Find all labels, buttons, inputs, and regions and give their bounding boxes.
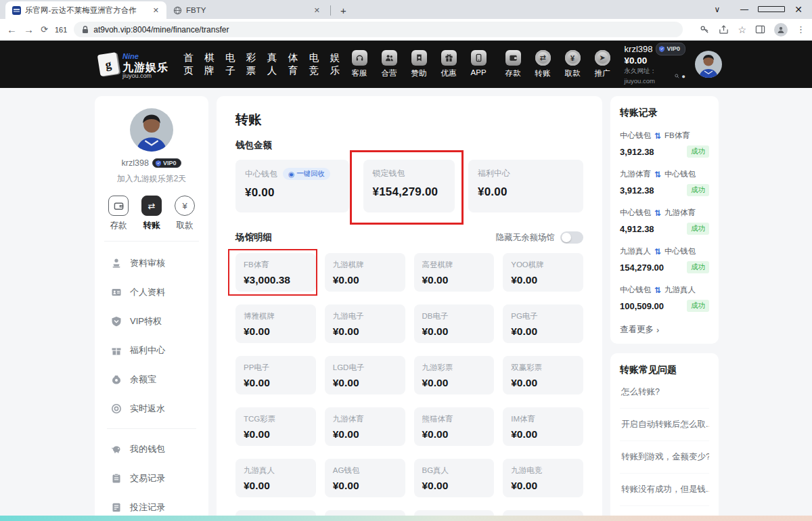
user-avatar[interactable] <box>695 51 722 78</box>
nav-item[interactable]: 棋牌 <box>204 51 216 77</box>
header-promo-button[interactable]: 优惠 <box>438 50 460 78</box>
password-key-icon[interactable] <box>700 24 710 35</box>
tab-title: 乐官网-云达不莱梅亚洲官方合作 <box>25 5 147 16</box>
wallet-card-center[interactable]: 中心钱包 ◉ 一键回收 ¥0.00 <box>235 160 349 212</box>
sidebar-deposit-button[interactable]: 存款 <box>108 196 129 231</box>
browser-profile-avatar[interactable] <box>774 23 788 37</box>
new-tab-button[interactable]: + <box>340 5 346 16</box>
sidebar-transfer-button[interactable]: ⇄ 转账 <box>141 196 162 231</box>
header-referral-button[interactable]: ➤ 推广 <box>591 50 614 78</box>
site-logo[interactable]: g Nine 九游娱乐 jiuyou.com <box>99 49 168 79</box>
venue-tile[interactable]: AG钱包 ¥0.00 <box>325 459 405 497</box>
record-from: 中心钱包 <box>620 208 651 218</box>
menu-divider <box>107 428 196 429</box>
header-partner-button[interactable]: 合营 <box>378 50 401 78</box>
tab-close-icon[interactable]: ✕ <box>151 5 161 16</box>
nav-item[interactable]: 电竞 <box>309 51 321 77</box>
venue-tile[interactable]: 九游真人 ¥0.00 <box>235 459 316 497</box>
menu-item-vip[interactable]: VIP特权 <box>104 307 199 336</box>
venue-tile[interactable]: 九游棋牌 ¥0.00 <box>325 253 405 292</box>
menu-item-transactions[interactable]: 交易记录 <box>104 463 199 493</box>
reload-button[interactable]: ⟳ <box>41 24 48 35</box>
window-close-button[interactable]: ✕ <box>785 0 812 19</box>
venue-tile[interactable]: TCG彩票 ¥0.00 <box>235 407 316 446</box>
share-icon[interactable] <box>719 24 729 35</box>
faq-item[interactable]: 开启自动转账后怎么取... <box>620 409 709 441</box>
venue-tile[interactable]: PG电子 ¥0.00 <box>503 304 583 343</box>
venue-tile[interactable]: 高登棋牌 ¥0.00 <box>414 253 495 292</box>
header-sponsor-button[interactable]: 赞助 <box>408 50 430 78</box>
transfer-circle-icon: ⇄ <box>141 196 162 216</box>
venue-tile[interactable]: PP电子 ¥0.00 <box>235 356 316 394</box>
venue-tile[interactable]: 九游电子 ¥0.00 <box>325 304 405 343</box>
transfer-record: 九游体育 ⇅ 中心钱包 3,912.38 成功 <box>620 169 709 196</box>
window-minimize-button[interactable]: — <box>731 0 758 19</box>
menu-item-wallet[interactable]: 我的钱包 <box>104 434 199 463</box>
record-to: 九游真人 <box>664 285 696 295</box>
venue-tile[interactable]: LGD电子 ¥0.00 <box>325 356 405 394</box>
record-to: 中心钱包 <box>664 246 696 256</box>
venue-tile[interactable]: 九游电竞 ¥0.00 <box>503 459 583 497</box>
menu-item-rebate[interactable]: 实时返水 <box>104 394 199 423</box>
header-service-button[interactable]: 客服 <box>348 50 371 78</box>
venue-tile[interactable]: BG真人 ¥0.00 <box>414 459 495 497</box>
hide-empty-label: 隐藏无余额场馆 <box>496 232 556 244</box>
faq-item[interactable]: 转账没有成功，但是钱... <box>620 474 709 506</box>
vip-badge[interactable]: VIP0 <box>656 43 685 55</box>
records-title: 转账记录 <box>620 107 709 119</box>
lock-icon[interactable] <box>82 26 89 34</box>
nav-item[interactable]: 体育 <box>288 51 300 77</box>
menu-item-audit[interactable]: 资料审核 <box>104 248 199 277</box>
header-transfer-button[interactable]: ⇄ 转账 <box>532 50 554 78</box>
browser-menu-icon[interactable]: ⋮ <box>796 24 805 35</box>
browser-tab-inactive[interactable]: FBTY ✕ <box>166 1 328 19</box>
menu-item-yuebao[interactable]: 余额宝 <box>104 365 199 394</box>
nav-item[interactable]: 彩票 <box>246 51 258 77</box>
footer-gradient-bar <box>0 516 812 521</box>
header-app-button[interactable]: APP <box>468 50 490 78</box>
back-button[interactable]: ← <box>7 24 17 35</box>
withdraw-icon: ¥ <box>565 50 581 66</box>
sidebar-vip-badge[interactable]: VIP0 <box>152 158 182 168</box>
venue-tile[interactable]: YOO棋牌 ¥0.00 <box>503 253 583 292</box>
forward-button[interactable]: → <box>24 24 34 35</box>
one-click-recycle-button[interactable]: ◉ 一键回收 <box>283 168 330 180</box>
wallet-section-label: 钱包金额 <box>235 139 583 152</box>
venue-tile[interactable]: DB电子 ¥0.00 <box>414 304 495 343</box>
venue-tile[interactable]: 博雅棋牌 ¥0.00 <box>235 304 316 343</box>
record-amount: 3,912.38 <box>620 147 654 157</box>
menu-item-welfare[interactable]: 福利中心 <box>104 336 199 365</box>
url-field[interactable]: at9voh.vip:8004/mine/finance/transfer <box>74 22 683 37</box>
hide-empty-toggle[interactable] <box>560 231 583 244</box>
see-more-link[interactable]: 查看更多 › <box>620 324 709 336</box>
nav-item[interactable]: 真人 <box>267 51 279 77</box>
menu-item-personal-info[interactable]: 个人资料 <box>104 277 199 307</box>
faq-item[interactable]: 转账到游戏，金额变少? <box>620 441 709 474</box>
nav-item[interactable]: 电子 <box>225 51 237 77</box>
sidebar-withdraw-button[interactable]: ¥ 取款 <box>175 196 195 231</box>
venue-tile[interactable]: 双赢彩票 ¥0.00 <box>503 356 583 394</box>
faq-item[interactable]: 怎么转账? <box>620 376 709 409</box>
venue-tile[interactable]: 九游彩票 ¥0.00 <box>414 356 495 394</box>
header-withdraw-button[interactable]: ¥ 取款 <box>562 50 584 78</box>
venue-tile[interactable]: IM体育 ¥0.00 <box>503 407 583 446</box>
window-restore-button[interactable] <box>758 0 785 19</box>
nav-item[interactable]: 首页 <box>183 51 195 77</box>
venue-tile[interactable]: FB体育 ¥3,000.38 <box>235 253 316 292</box>
sidebar-avatar[interactable] <box>130 108 173 152</box>
tab-close-icon[interactable]: ✕ <box>312 5 322 16</box>
side-panel-icon[interactable] <box>755 24 765 35</box>
venue-tile[interactable]: 九游体育 ¥0.00 <box>325 407 405 446</box>
nav-item[interactable]: 娱乐 <box>330 51 342 77</box>
browser-tab-active[interactable]: 乐官网-云达不莱梅亚洲官方合作 ✕ <box>5 1 166 19</box>
header-deposit-button[interactable]: 存款 <box>502 50 524 78</box>
transfer-icon: ⇄ <box>535 50 551 66</box>
magnifier-icon[interactable] <box>675 73 679 79</box>
bookmark-star-icon[interactable]: ☆ <box>738 24 746 35</box>
wallet-card-locked[interactable]: 锁定钱包 ¥154,279.00 <box>363 160 455 212</box>
record-amount: 3,912.38 <box>620 185 654 196</box>
wallet-card-welfare[interactable]: 福利中心 ¥0.00 <box>468 160 583 212</box>
record-to: 九游体育 <box>664 208 696 218</box>
tab-search-icon[interactable]: ∨ <box>704 0 731 19</box>
venue-tile[interactable]: 熊猫体育 ¥0.00 <box>414 407 495 446</box>
